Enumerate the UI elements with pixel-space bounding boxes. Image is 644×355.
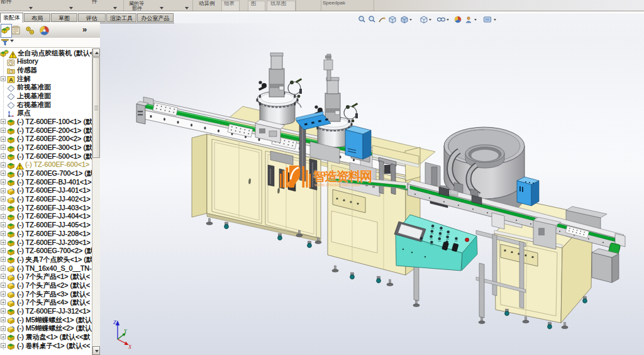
svg-text:www.zhizaoziliao.com: www.zhizaoziliao.com — [314, 182, 360, 188]
svg-text:Z: Z — [113, 319, 116, 325]
svg-text:A: A — [9, 77, 13, 83]
svg-text:Y: Y — [124, 328, 128, 334]
svg-text:智造资料网: 智造资料网 — [313, 169, 372, 183]
svg-text:X: X — [128, 344, 132, 350]
